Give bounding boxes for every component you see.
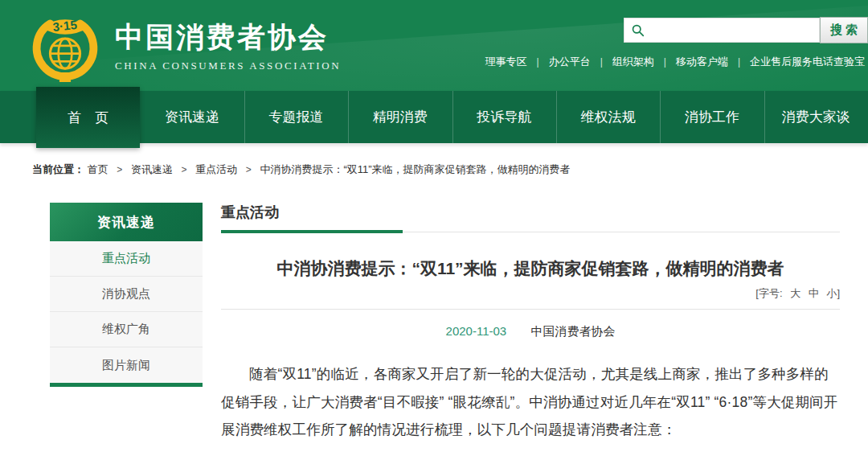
breadcrumb-link-news[interactable]: 资讯速递 — [131, 163, 173, 175]
nav-item-news[interactable]: 资讯速递 — [140, 91, 244, 143]
sidebar-item-key-activities[interactable]: 重点活动 — [50, 241, 203, 277]
fontsize-medium-button[interactable]: 中 — [809, 287, 819, 299]
breadcrumb-separator: > — [182, 164, 187, 175]
main-nav: 首 页 资讯速递 专题报道 精明消费 投诉导航 维权法规 消协工作 消费大家谈 — [0, 91, 868, 143]
sidebar-item-rights-wide-angle[interactable]: 维权广角 — [50, 312, 203, 347]
breadcrumb-separator: > — [246, 164, 252, 175]
breadcrumb-link-key-activities[interactable]: 重点活动 — [195, 163, 237, 175]
content-area: 资讯速递 重点活动 消协观点 维权广角 图片新闻 重点活动 中消协消费提示：“双… — [0, 177, 868, 443]
article-title: 中消协消费提示：“双11”来临，提防商家促销套路，做精明的消费者 — [221, 257, 840, 280]
search-button[interactable]: 搜索 — [820, 17, 868, 43]
sidebar-item-photo-news[interactable]: 图片新闻 — [50, 347, 203, 383]
cca-315-logo-icon: 3·15 — [28, 8, 102, 82]
search-row: 搜索 — [624, 18, 868, 43]
breadcrumb-link-home[interactable]: 首页 — [88, 163, 108, 175]
section-title-underline — [221, 230, 403, 233]
quick-links: 理事专区|办公平台|组织架构|移动客户端|企业售后服务电话查验宝 — [485, 55, 866, 69]
quicklink-afterservice[interactable]: 企业售后服务电话查验宝 — [750, 55, 865, 68]
quicklink-office[interactable]: 办公平台 — [549, 55, 591, 68]
nav-item-rights-laws[interactable]: 维权法规 — [556, 91, 660, 143]
breadcrumb-separator: > — [117, 164, 122, 175]
breadcrumb-current: 中消协消费提示：“双11”来临，提防商家促销套路，做精明的消费者 — [260, 163, 570, 175]
nav-item-complaint-guide[interactable]: 投诉导航 — [452, 91, 556, 143]
nav-item-home[interactable]: 首 页 — [36, 87, 140, 148]
quicklink-separator: | — [664, 56, 666, 68]
site-header: 3·15 中国消费者协会 CHINA CONSUMERS ASSOCIATION… — [0, 0, 868, 91]
fontsize-prefix: [字号: — [755, 287, 782, 299]
fontsize-small-button[interactable]: 小 — [826, 287, 837, 299]
fontsize-control: [字号: 大 中 小] — [221, 286, 840, 301]
article-divider — [221, 309, 840, 310]
nav-item-association-work[interactable]: 消协工作 — [660, 91, 764, 143]
breadcrumb-prefix: 当前位置： — [32, 163, 84, 175]
svg-text:3·15: 3·15 — [52, 18, 78, 34]
brand-text: 中国消费者协会 CHINA CONSUMERS ASSOCIATION — [115, 18, 341, 72]
article-meta: 2020-11-03 中国消费者协会 — [221, 324, 840, 339]
search-input[interactable] — [645, 18, 819, 42]
sidebar-item-association-views[interactable]: 消协观点 — [50, 277, 203, 312]
nav-item-smart-consumption[interactable]: 精明消费 — [348, 91, 452, 143]
section-title: 重点活动 — [221, 204, 279, 220]
quicklink-org[interactable]: 组织架构 — [612, 55, 654, 68]
nav-item-topics[interactable]: 专题报道 — [244, 91, 348, 143]
sidebar: 资讯速递 重点活动 消协观点 维权广角 图片新闻 — [50, 203, 203, 443]
main-article: 重点活动 中消协消费提示：“双11”来临，提防商家促销套路，做精明的消费者 [字… — [221, 203, 840, 443]
quicklink-separator: | — [738, 56, 740, 68]
article-date: 2020-11-03 — [446, 324, 507, 338]
sidebar-title: 资讯速递 — [50, 203, 203, 241]
quicklink-mobile[interactable]: 移动客户端 — [676, 55, 728, 68]
search-box — [624, 18, 820, 43]
brand-logo-link[interactable]: 3·15 中国消费者协会 CHINA CONSUMERS ASSOCIATION — [28, 8, 341, 82]
quicklink-separator: | — [600, 56, 603, 68]
article-source: 中国消费者协会 — [530, 324, 615, 338]
nav-item-consumer-talk[interactable]: 消费大家谈 — [764, 91, 868, 143]
quicklink-council[interactable]: 理事专区 — [485, 55, 527, 68]
site-subtitle: CHINA CONSUMERS ASSOCIATION — [115, 60, 341, 72]
quicklink-separator: | — [537, 56, 539, 68]
site-title: 中国消费者协会 — [115, 18, 341, 56]
section-head: 重点活动 — [221, 203, 840, 232]
article-body: 随着“双11”的临近，各商家又开启了新一轮的大促活动，尤其是线上商家，推出了多种… — [221, 360, 840, 442]
breadcrumb: 当前位置： 首页 > 资讯速递 > 重点活动 > 中消协消费提示：“双11”来临… — [0, 143, 868, 177]
fontsize-large-button[interactable]: 大 — [790, 287, 800, 299]
search-icon — [631, 23, 645, 37]
sidebar-list: 重点活动 消协观点 维权广角 图片新闻 — [50, 241, 203, 387]
fontsize-suffix: ] — [837, 287, 840, 299]
